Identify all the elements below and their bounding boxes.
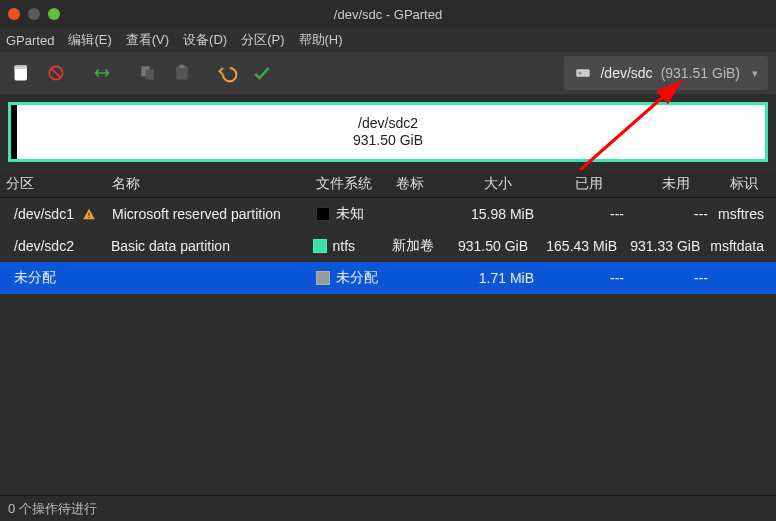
partition-path: 未分配 [14,269,56,287]
flags: msftdata [710,238,776,254]
status-bar: 0 个操作待进行 [0,495,776,521]
close-window-button[interactable] [8,8,20,20]
chevron-down-icon: ▾ [752,67,758,80]
vis-partition-size: 931.50 GiB [353,132,423,150]
col-filesystem[interactable]: 文件系统 [316,175,396,193]
minimize-window-button[interactable] [28,8,40,20]
svg-rect-8 [577,69,591,77]
size: 931.50 GiB [447,238,538,254]
menu-gparted[interactable]: GParted [6,33,54,48]
vis-partition-path: /dev/sdc2 [353,115,423,133]
menu-view[interactable]: 查看(V) [126,31,169,49]
svg-rect-5 [146,70,154,80]
toolbar: /dev/sdc (931.51 GiB) ▾ [0,52,776,94]
menu-device[interactable]: 设备(D) [183,31,227,49]
maximize-window-button[interactable] [48,8,60,20]
titlebar: /dev/sdc - GParted [0,0,776,28]
device-path: /dev/sdc [600,65,652,81]
svg-rect-11 [88,217,89,218]
col-flags[interactable]: 标识 [718,175,776,193]
partition-block-sdc2[interactable]: /dev/sdc2 931.50 GiB [8,102,768,162]
table-header: 分区 名称 文件系统 卷标 大小 已用 未用 标识 [0,170,776,198]
table-row[interactable]: 未分配未分配1.71 MiB------ [0,262,776,294]
col-size[interactable]: 大小 [452,175,544,193]
menubar: GParted 编辑(E) 查看(V) 设备(D) 分区(P) 帮助(H) [0,28,776,52]
device-size: (931.51 GiB) [661,65,740,81]
menu-partition[interactable]: 分区(P) [241,31,284,49]
svg-rect-10 [88,213,89,216]
filesystem: 未分配 [336,269,378,287]
delete-button[interactable] [42,59,70,87]
unused: 931.33 GiB [627,238,710,254]
unused: --- [634,206,718,222]
window-controls [8,8,60,20]
table-row[interactable]: /dev/sdc1Microsoft reserved partition未知1… [0,198,776,230]
partition-name: Microsoft reserved partition [112,206,316,222]
col-unused[interactable]: 未用 [634,175,718,193]
used: --- [544,206,634,222]
svg-rect-7 [180,65,185,68]
partition-visualizer: /dev/sdc2 931.50 GiB [0,94,776,170]
apply-button[interactable] [248,59,276,87]
used: 165.43 MiB [538,238,627,254]
copy-button[interactable] [134,59,162,87]
menu-help[interactable]: 帮助(H) [299,31,343,49]
filesystem: 未知 [336,205,364,223]
new-partition-button[interactable] [8,59,36,87]
col-name[interactable]: 名称 [112,175,316,193]
fs-swatch [313,239,327,253]
svg-line-3 [52,69,60,77]
flags: msftres [718,206,776,222]
size: 1.71 MiB [452,270,544,286]
col-partition[interactable]: 分区 [0,175,112,193]
volume-label: 新加卷 [392,237,447,255]
partition-path: /dev/sdc2 [14,238,74,254]
paste-button[interactable] [168,59,196,87]
col-label[interactable]: 卷标 [396,175,452,193]
status-text: 0 个操作待进行 [8,500,97,518]
undo-button[interactable] [214,59,242,87]
menu-edit[interactable]: 编辑(E) [68,31,111,49]
warning-icon [82,207,96,221]
size: 15.98 MiB [452,206,544,222]
filesystem: ntfs [333,238,356,254]
window-title: /dev/sdc - GParted [334,7,442,22]
resize-button[interactable] [88,59,116,87]
col-used[interactable]: 已用 [544,175,634,193]
partition-name: Basic data partition [111,238,313,254]
used: --- [544,270,634,286]
svg-point-9 [579,72,582,75]
fs-swatch [316,271,330,285]
partition-path: /dev/sdc1 [14,206,74,222]
partition-table-body: /dev/sdc1Microsoft reserved partition未知1… [0,198,776,294]
unused: --- [634,270,718,286]
svg-rect-6 [176,66,188,79]
table-row[interactable]: /dev/sdc2Basic data partitionntfs新加卷931.… [0,230,776,262]
svg-rect-1 [15,66,28,69]
harddrive-icon [574,64,592,82]
device-selector[interactable]: /dev/sdc (931.51 GiB) ▾ [564,56,768,90]
fs-swatch [316,207,330,221]
